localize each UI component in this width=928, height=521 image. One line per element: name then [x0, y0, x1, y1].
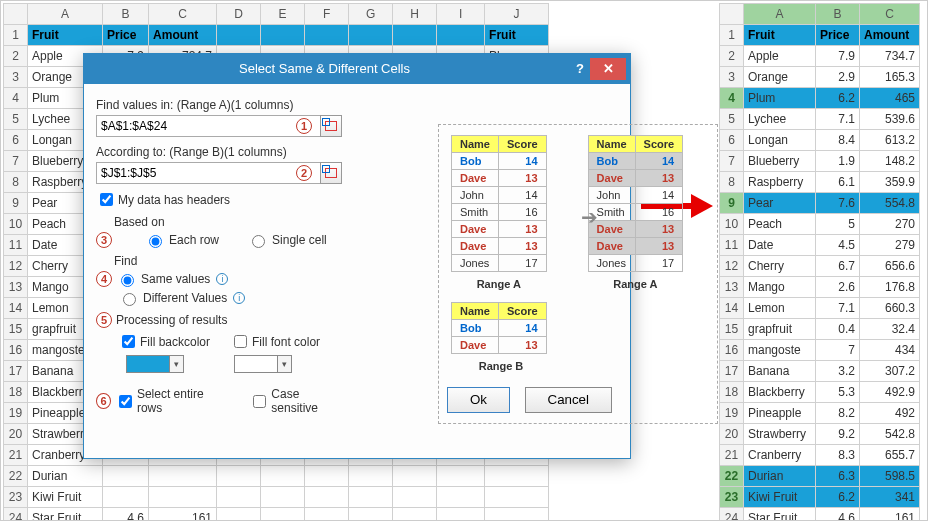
row-header[interactable]: 19 — [4, 403, 28, 424]
cell[interactable]: Kiwi Fruit — [28, 487, 103, 508]
cell[interactable] — [393, 487, 437, 508]
cell[interactable]: Orange — [744, 67, 816, 88]
row-header[interactable]: 20 — [4, 424, 28, 445]
row-header[interactable]: 1 — [4, 25, 28, 46]
cell[interactable]: Kiwi Fruit — [744, 487, 816, 508]
select-entire-rows-checkbox[interactable]: Select entire rows — [115, 387, 223, 415]
single-cell-radio[interactable]: Single cell — [247, 232, 327, 248]
column-header[interactable]: E — [261, 4, 305, 25]
close-icon[interactable]: ✕ — [590, 58, 626, 80]
chevron-down-icon[interactable]: ▾ — [170, 355, 184, 373]
cell[interactable]: Banana — [744, 361, 816, 382]
cell[interactable] — [485, 508, 549, 522]
fontcolor-swatch[interactable]: ▾ — [234, 355, 292, 373]
header-cell[interactable]: Price — [103, 25, 149, 46]
column-header[interactable]: A — [744, 4, 816, 25]
range-a-input[interactable] — [96, 115, 324, 137]
row-header[interactable]: 3 — [4, 67, 28, 88]
cell[interactable]: Cherry — [744, 256, 816, 277]
info-icon[interactable]: i — [233, 292, 245, 304]
cell[interactable]: Blueberry — [744, 151, 816, 172]
cell[interactable]: Lychee — [744, 109, 816, 130]
cell[interactable] — [349, 508, 393, 522]
chevron-down-icon[interactable]: ▾ — [278, 355, 292, 373]
cell[interactable]: 6.2 — [816, 487, 860, 508]
info-icon[interactable]: i — [216, 273, 228, 285]
cell[interactable] — [485, 487, 549, 508]
cell[interactable]: Strawberry — [744, 424, 816, 445]
row-header[interactable]: 4 — [720, 88, 744, 109]
range-picker-a-icon[interactable] — [320, 115, 342, 137]
cell[interactable] — [261, 487, 305, 508]
cell[interactable] — [217, 508, 261, 522]
row-header[interactable]: 14 — [4, 298, 28, 319]
row-header[interactable]: 12 — [4, 256, 28, 277]
header-cell[interactable]: Amount — [149, 25, 217, 46]
column-header[interactable]: B — [103, 4, 149, 25]
column-header[interactable]: C — [149, 4, 217, 25]
row-header[interactable]: 22 — [4, 466, 28, 487]
cell[interactable] — [305, 466, 349, 487]
cell[interactable]: 9.2 — [816, 424, 860, 445]
row-header[interactable]: 9 — [720, 193, 744, 214]
range-b-input[interactable] — [96, 162, 324, 184]
cell[interactable]: 8.3 — [816, 445, 860, 466]
cell[interactable]: 6.1 — [816, 172, 860, 193]
cell[interactable] — [305, 508, 349, 522]
row-header[interactable]: 7 — [720, 151, 744, 172]
row-header[interactable]: 6 — [720, 130, 744, 151]
row-header[interactable]: 22 — [720, 466, 744, 487]
cell[interactable]: 492 — [860, 403, 920, 424]
row-header[interactable]: 13 — [4, 277, 28, 298]
cell[interactable]: Pineapple — [744, 403, 816, 424]
cell[interactable]: 7.1 — [816, 298, 860, 319]
row-header[interactable]: 11 — [720, 235, 744, 256]
cell[interactable]: 32.4 — [860, 319, 920, 340]
header-cell[interactable] — [393, 25, 437, 46]
cell[interactable]: 6.2 — [816, 88, 860, 109]
cell[interactable]: 341 — [860, 487, 920, 508]
cell[interactable] — [261, 508, 305, 522]
row-header[interactable]: 5 — [720, 109, 744, 130]
cell[interactable] — [217, 466, 261, 487]
row-header[interactable]: 18 — [4, 382, 28, 403]
cell[interactable]: 6.3 — [816, 466, 860, 487]
cell[interactable]: 5.3 — [816, 382, 860, 403]
header-cell[interactable]: Amount — [860, 25, 920, 46]
row-header[interactable]: 16 — [4, 340, 28, 361]
cell[interactable]: 3.2 — [816, 361, 860, 382]
cell[interactable]: 4.6 — [103, 508, 149, 522]
row-header[interactable]: 6 — [4, 130, 28, 151]
cell[interactable]: 734.7 — [860, 46, 920, 67]
cell[interactable]: 7.9 — [816, 46, 860, 67]
cell[interactable]: Apple — [744, 46, 816, 67]
cell[interactable]: 7 — [816, 340, 860, 361]
cell[interactable]: 434 — [860, 340, 920, 361]
cell[interactable]: 279 — [860, 235, 920, 256]
column-header[interactable]: C — [860, 4, 920, 25]
cell[interactable]: 8.2 — [816, 403, 860, 424]
cell[interactable]: mangoste — [744, 340, 816, 361]
row-header[interactable]: 15 — [720, 319, 744, 340]
row-header[interactable]: 17 — [4, 361, 28, 382]
header-cell[interactable] — [437, 25, 485, 46]
cell[interactable] — [349, 466, 393, 487]
cell[interactable] — [149, 466, 217, 487]
cell[interactable]: 598.5 — [860, 466, 920, 487]
cell[interactable]: 148.2 — [860, 151, 920, 172]
row-header[interactable]: 12 — [720, 256, 744, 277]
has-headers-input[interactable] — [100, 193, 113, 206]
cell[interactable]: Star Fruit — [744, 508, 816, 522]
row-header[interactable]: 21 — [720, 445, 744, 466]
row-header[interactable]: 24 — [4, 508, 28, 522]
row-header[interactable]: 10 — [4, 214, 28, 235]
cell[interactable]: Blackberry — [744, 382, 816, 403]
header-cell[interactable]: Fruit — [28, 25, 103, 46]
cell[interactable] — [393, 466, 437, 487]
cell[interactable]: Date — [744, 235, 816, 256]
cell[interactable]: Plum — [744, 88, 816, 109]
header-cell[interactable] — [261, 25, 305, 46]
cell[interactable]: Mango — [744, 277, 816, 298]
case-sensitive-checkbox[interactable]: Case sensitive — [249, 387, 342, 415]
cell[interactable]: 307.2 — [860, 361, 920, 382]
